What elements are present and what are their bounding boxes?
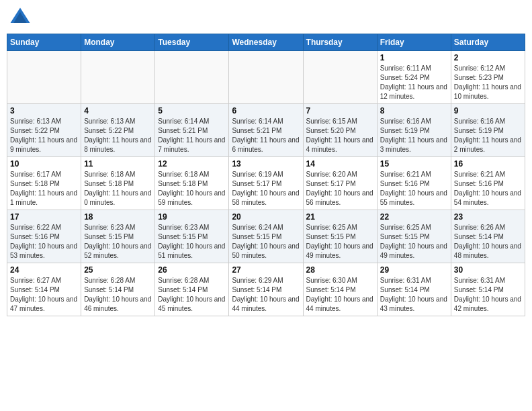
calendar-week-row: 24Sunrise: 6:27 AM Sunset: 5:14 PM Dayli…: [7, 263, 525, 316]
day-number: 7: [306, 106, 374, 116]
calendar-cell: 25Sunrise: 6:28 AM Sunset: 5:14 PM Dayli…: [81, 263, 155, 316]
day-info: Sunrise: 6:16 AM Sunset: 5:19 PM Dayligh…: [454, 117, 522, 154]
weekday-header: Friday: [377, 34, 451, 51]
calendar-cell: 26Sunrise: 6:28 AM Sunset: 5:14 PM Dayli…: [155, 263, 229, 316]
day-number: 24: [10, 265, 78, 275]
calendar-cell: 14Sunrise: 6:20 AM Sunset: 5:17 PM Dayli…: [303, 157, 377, 210]
weekday-header: Wednesday: [229, 34, 303, 51]
day-info: Sunrise: 6:27 AM Sunset: 5:14 PM Dayligh…: [10, 276, 78, 314]
calendar-header-row: SundayMondayTuesdayWednesdayThursdayFrid…: [7, 34, 525, 51]
calendar-cell: 1Sunrise: 6:11 AM Sunset: 5:24 PM Daylig…: [377, 51, 451, 104]
calendar-cell: 8Sunrise: 6:16 AM Sunset: 5:19 PM Daylig…: [377, 104, 451, 157]
day-number: 23: [454, 212, 522, 222]
day-number: 26: [158, 265, 226, 275]
day-info: Sunrise: 6:11 AM Sunset: 5:24 PM Dayligh…: [380, 64, 448, 101]
calendar-cell: 12Sunrise: 6:18 AM Sunset: 5:18 PM Dayli…: [155, 157, 229, 210]
page-header: [7, 7, 525, 28]
day-number: 2: [454, 53, 522, 62]
day-info: Sunrise: 6:14 AM Sunset: 5:21 PM Dayligh…: [232, 117, 300, 154]
day-number: 8: [380, 106, 448, 116]
calendar-cell: 5Sunrise: 6:14 AM Sunset: 5:21 PM Daylig…: [155, 104, 229, 157]
calendar-cell: 29Sunrise: 6:31 AM Sunset: 5:14 PM Dayli…: [377, 263, 451, 316]
day-number: 12: [158, 159, 226, 169]
calendar-cell: 16Sunrise: 6:21 AM Sunset: 5:16 PM Dayli…: [451, 157, 525, 210]
calendar-cell: 18Sunrise: 6:23 AM Sunset: 5:15 PM Dayli…: [81, 210, 155, 263]
day-info: Sunrise: 6:31 AM Sunset: 5:14 PM Dayligh…: [380, 276, 448, 314]
day-number: 3: [10, 106, 78, 116]
weekday-header: Thursday: [303, 34, 377, 51]
day-info: Sunrise: 6:30 AM Sunset: 5:14 PM Dayligh…: [306, 276, 374, 314]
weekday-header: Monday: [81, 34, 155, 51]
calendar-cell: 24Sunrise: 6:27 AM Sunset: 5:14 PM Dayli…: [7, 263, 81, 316]
day-info: Sunrise: 6:29 AM Sunset: 5:14 PM Dayligh…: [232, 276, 300, 314]
calendar-cell: 23Sunrise: 6:26 AM Sunset: 5:14 PM Dayli…: [451, 210, 525, 263]
day-info: Sunrise: 6:31 AM Sunset: 5:14 PM Dayligh…: [454, 276, 522, 314]
day-number: 11: [84, 159, 152, 169]
calendar-cell: [155, 51, 229, 104]
day-number: 29: [380, 265, 448, 275]
day-number: 25: [84, 265, 152, 275]
day-number: 5: [158, 106, 226, 116]
day-info: Sunrise: 6:18 AM Sunset: 5:18 PM Dayligh…: [84, 170, 152, 208]
calendar-cell: [229, 51, 303, 104]
calendar-cell: 28Sunrise: 6:30 AM Sunset: 5:14 PM Dayli…: [303, 263, 377, 316]
calendar-cell: 13Sunrise: 6:19 AM Sunset: 5:17 PM Dayli…: [229, 157, 303, 210]
day-info: Sunrise: 6:24 AM Sunset: 5:15 PM Dayligh…: [232, 223, 300, 261]
calendar-cell: 15Sunrise: 6:21 AM Sunset: 5:16 PM Dayli…: [377, 157, 451, 210]
calendar-table: SundayMondayTuesdayWednesdayThursdayFrid…: [7, 34, 525, 316]
day-number: 27: [232, 265, 300, 275]
day-info: Sunrise: 6:13 AM Sunset: 5:22 PM Dayligh…: [84, 117, 152, 154]
day-info: Sunrise: 6:22 AM Sunset: 5:16 PM Dayligh…: [10, 223, 78, 261]
day-info: Sunrise: 6:13 AM Sunset: 5:22 PM Dayligh…: [10, 117, 78, 154]
day-number: 6: [232, 106, 300, 116]
day-number: 13: [232, 159, 300, 169]
calendar-cell: 4Sunrise: 6:13 AM Sunset: 5:22 PM Daylig…: [81, 104, 155, 157]
day-info: Sunrise: 6:26 AM Sunset: 5:14 PM Dayligh…: [454, 223, 522, 261]
calendar-cell: 10Sunrise: 6:17 AM Sunset: 5:18 PM Dayli…: [7, 157, 81, 210]
day-number: 21: [306, 212, 374, 222]
calendar-cell: 22Sunrise: 6:25 AM Sunset: 5:15 PM Dayli…: [377, 210, 451, 263]
day-info: Sunrise: 6:21 AM Sunset: 5:16 PM Dayligh…: [454, 170, 522, 208]
day-number: 14: [306, 159, 374, 169]
calendar-cell: [7, 51, 81, 104]
day-info: Sunrise: 6:17 AM Sunset: 5:18 PM Dayligh…: [10, 170, 78, 208]
calendar-week-row: 17Sunrise: 6:22 AM Sunset: 5:16 PM Dayli…: [7, 210, 525, 263]
day-number: 22: [380, 212, 448, 222]
day-info: Sunrise: 6:23 AM Sunset: 5:15 PM Dayligh…: [158, 223, 226, 261]
calendar-week-row: 3Sunrise: 6:13 AM Sunset: 5:22 PM Daylig…: [7, 104, 525, 157]
day-info: Sunrise: 6:19 AM Sunset: 5:17 PM Dayligh…: [232, 170, 300, 208]
day-info: Sunrise: 6:25 AM Sunset: 5:15 PM Dayligh…: [380, 223, 448, 261]
day-info: Sunrise: 6:21 AM Sunset: 5:16 PM Dayligh…: [380, 170, 448, 208]
logo-icon: [9, 7, 31, 28]
calendar-cell: 17Sunrise: 6:22 AM Sunset: 5:16 PM Dayli…: [7, 210, 81, 263]
day-info: Sunrise: 6:14 AM Sunset: 5:21 PM Dayligh…: [158, 117, 226, 154]
day-info: Sunrise: 6:15 AM Sunset: 5:20 PM Dayligh…: [306, 117, 374, 154]
day-info: Sunrise: 6:28 AM Sunset: 5:14 PM Dayligh…: [84, 276, 152, 314]
calendar-cell: 19Sunrise: 6:23 AM Sunset: 5:15 PM Dayli…: [155, 210, 229, 263]
day-number: 19: [158, 212, 226, 222]
day-info: Sunrise: 6:28 AM Sunset: 5:14 PM Dayligh…: [158, 276, 226, 314]
calendar-cell: [81, 51, 155, 104]
calendar-week-row: 10Sunrise: 6:17 AM Sunset: 5:18 PM Dayli…: [7, 157, 525, 210]
day-number: 28: [306, 265, 374, 275]
day-number: 18: [84, 212, 152, 222]
calendar-cell: 20Sunrise: 6:24 AM Sunset: 5:15 PM Dayli…: [229, 210, 303, 263]
day-info: Sunrise: 6:12 AM Sunset: 5:23 PM Dayligh…: [454, 64, 522, 101]
calendar-week-row: 1Sunrise: 6:11 AM Sunset: 5:24 PM Daylig…: [7, 51, 525, 104]
calendar-cell: 3Sunrise: 6:13 AM Sunset: 5:22 PM Daylig…: [7, 104, 81, 157]
weekday-header: Saturday: [451, 34, 525, 51]
day-number: 17: [10, 212, 78, 222]
calendar-cell: 21Sunrise: 6:25 AM Sunset: 5:15 PM Dayli…: [303, 210, 377, 263]
day-number: 1: [380, 53, 448, 62]
day-info: Sunrise: 6:25 AM Sunset: 5:15 PM Dayligh…: [306, 223, 374, 261]
logo: [9, 7, 34, 28]
calendar-cell: 11Sunrise: 6:18 AM Sunset: 5:18 PM Dayli…: [81, 157, 155, 210]
day-info: Sunrise: 6:16 AM Sunset: 5:19 PM Dayligh…: [380, 117, 448, 154]
weekday-header: Sunday: [7, 34, 81, 51]
calendar-cell: 9Sunrise: 6:16 AM Sunset: 5:19 PM Daylig…: [451, 104, 525, 157]
calendar-cell: 7Sunrise: 6:15 AM Sunset: 5:20 PM Daylig…: [303, 104, 377, 157]
calendar-cell: [303, 51, 377, 104]
day-number: 4: [84, 106, 152, 116]
weekday-header: Tuesday: [155, 34, 229, 51]
day-number: 16: [454, 159, 522, 169]
